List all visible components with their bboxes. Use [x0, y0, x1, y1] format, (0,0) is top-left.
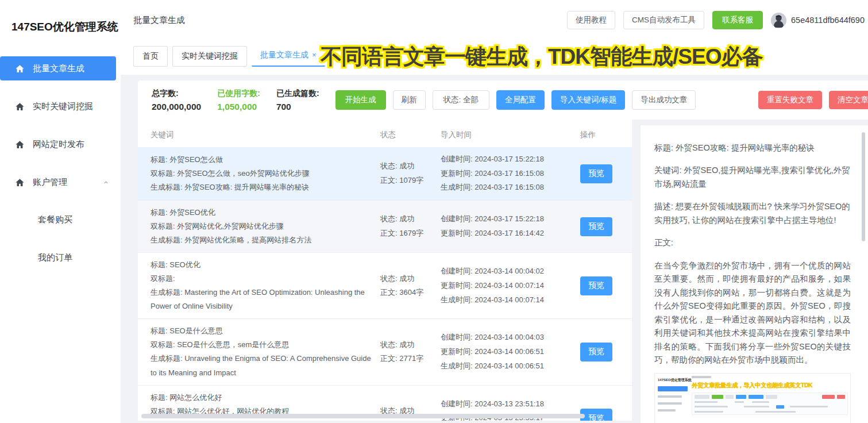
- sidebar-item-label: 批量文章生成: [33, 63, 84, 74]
- refresh-button[interactable]: 刷新: [393, 90, 426, 110]
- preview-description: 描述: 想要在外贸领域脱颖而出? 快来学习外贸SEO的实用技巧, 让你的网站在搜…: [654, 200, 851, 227]
- promo-banner: 不同语言文章一键生成，TDK智能生成/SEO必备: [321, 43, 762, 71]
- sidebar-subitem-package-buy[interactable]: 套餐购买: [0, 208, 121, 231]
- sidebar-subitem-my-orders[interactable]: 我的订单: [0, 246, 121, 269]
- preview-keywords: 关键词: 外贸SEO,提升网站曝光率,搜索引擎优化,外贸市场,网站流量: [654, 164, 851, 191]
- sidebar-item-scheduled-publish[interactable]: 网站定时发布: [0, 132, 121, 156]
- col-keyword: 关键词: [151, 130, 380, 140]
- preview-button[interactable]: 预览: [580, 164, 612, 183]
- status-cell: 状态: 成功正文: 1679字: [380, 212, 441, 240]
- time-cell: 创建时间: 2024-03-14 00:04:02更新时间: 2024-03-1…: [441, 264, 580, 307]
- keyword-cell: 标题: 外贸SEO优化双标题: 外贸网站优化,外贸网站优化步骤生成标题: 外贸网…: [151, 206, 380, 247]
- col-import-time: 导入时间: [441, 130, 580, 140]
- sidebar-item-label: 网站定时发布: [33, 139, 84, 150]
- user-id: 65e4811dfb644f690: [791, 16, 865, 25]
- export-success-button[interactable]: 导出成功文章: [632, 90, 696, 110]
- article-table: 关键词 状态 导入时间 操作 标题: 外贸SEO怎么做双标题: 外贸SEO怎么做…: [138, 120, 632, 421]
- action-cell: 预览: [580, 343, 632, 362]
- sidebar-item-keyword-mining[interactable]: 实时关键词挖掘: [0, 94, 121, 118]
- preview-title: 标题: 外贸SEO攻略: 提升网站曝光率的秘诀: [654, 141, 851, 155]
- status-filter-select[interactable]: 状态: 全部: [433, 90, 490, 110]
- preview-button[interactable]: 预览: [580, 217, 612, 236]
- table-row[interactable]: 标题: 外贸SEO优化双标题: 外贸网站优化,外贸网站优化步骤生成标题: 外贸网…: [138, 201, 632, 253]
- sidebar: 147SEO优化管理系统 批量文章生成 实时关键词挖掘 网站定时发布 账户管理 …: [0, 0, 121, 423]
- reset-failed-button[interactable]: 重置失败文章: [758, 91, 822, 109]
- contact-support-button[interactable]: 联系客服: [712, 11, 763, 29]
- time-cell: 创建时间: 2024-03-17 15:22:18更新时间: 2024-03-1…: [441, 152, 580, 195]
- stat-used-words: 已使用字数: 1,050,000: [217, 89, 260, 112]
- col-action: 操作: [580, 130, 632, 140]
- tab-home[interactable]: 首页: [133, 46, 168, 67]
- global-config-button[interactable]: 全局配置: [496, 90, 545, 110]
- preview-button[interactable]: 预览: [580, 276, 612, 295]
- sidebar-item-label: 账户管理: [33, 177, 67, 188]
- col-status: 状态: [380, 130, 441, 140]
- vertical-scrollbar[interactable]: [862, 132, 865, 241]
- close-icon[interactable]: ×: [312, 51, 317, 59]
- keyword-cell: 标题: 外贸SEO怎么做双标题: 外贸SEO怎么做，seo外贸网站优化步骤生成标…: [151, 153, 380, 194]
- home-icon: [15, 102, 25, 111]
- sidebar-item-label: 实时关键词挖掘: [33, 101, 93, 112]
- chevron-up-icon: [103, 178, 109, 187]
- table-header: 关键词 状态 导入时间 操作: [138, 120, 632, 147]
- sidebar-menu: 批量文章生成 实时关键词挖掘 网站定时发布 账户管理 套餐购买 我的订单: [0, 56, 121, 269]
- cms-publish-tool-button[interactable]: CMS自动发布工具: [623, 11, 704, 29]
- preview-button[interactable]: 预览: [580, 343, 612, 362]
- preview-body-label: 正文:: [654, 236, 851, 249]
- sidebar-item-account[interactable]: 账户管理: [0, 170, 121, 194]
- action-cell: 预览: [580, 276, 632, 295]
- time-cell: 创建时间: 2024-03-17 15:22:18更新时间: 2024-03-1…: [441, 212, 580, 240]
- action-cell: 预览: [580, 409, 632, 421]
- stat-generated-count: 已生成篇数: 700: [276, 89, 319, 112]
- toolbar: 总字数: 200,000,000 已使用字数: 1,050,000 已生成篇数:…: [138, 80, 868, 120]
- keyword-cell: 标题: SEO优化双标题:生成标题: Mastering the Art of …: [151, 258, 380, 313]
- table-row[interactable]: 标题: 外贸SEO怎么做双标题: 外贸SEO怎么做，seo外贸网站优化步骤生成标…: [138, 147, 632, 201]
- keyword-cell: 标题: SEO是什么意思双标题: SEO是什么意思，sem是什么意思生成标题: …: [151, 324, 380, 379]
- tab-batch-article[interactable]: 批量文章生成×: [252, 45, 325, 67]
- thumbnail-headline: 外贸文章批量生成，导入中文也能生成英文TDK: [692, 380, 848, 390]
- promo-thumbnail-image: 147SEO优化管理系统 外贸文章批量生成，导入中文也能生成英文TDK: [654, 373, 851, 423]
- table-row[interactable]: 标题: SEO是什么意思双标题: SEO是什么意思，sem是什么意思生成标题: …: [138, 319, 632, 385]
- app-logo: 147SEO优化管理系统: [0, 0, 121, 34]
- thumbnail-logo: 147SEO优化管理系统: [658, 378, 692, 383]
- preview-body: 在当今竞争激烈的外贸市场中，拥有一个优质的网站至关重要。然而，即使拥有最好的产品…: [654, 259, 851, 367]
- preview-button[interactable]: 预览: [580, 409, 612, 421]
- breadcrumb: 批量文章生成: [133, 15, 185, 26]
- horizontal-scrollbar[interactable]: [141, 414, 585, 418]
- home-icon: [15, 140, 25, 149]
- clear-articles-button[interactable]: 清空文章: [829, 91, 868, 109]
- status-cell: 状态: 成功正文: 2771字: [380, 338, 441, 366]
- main-content: 总字数: 200,000,000 已使用字数: 1,050,000 已生成篇数:…: [121, 75, 868, 423]
- start-generate-button[interactable]: 开始生成: [335, 90, 386, 110]
- time-cell: 创建时间: 2024-03-14 00:04:03更新时间: 2024-03-1…: [441, 330, 580, 373]
- home-icon: [15, 178, 25, 187]
- sidebar-item-batch-article[interactable]: 批量文章生成: [0, 56, 116, 80]
- import-keywords-button[interactable]: 导入关键词/标题: [551, 90, 625, 110]
- status-cell: 状态: 成功正文: 1079字: [380, 159, 441, 187]
- table-row[interactable]: 标题: SEO优化双标题:生成标题: Mastering the Art of …: [138, 253, 632, 319]
- table-body: 标题: 外贸SEO怎么做双标题: 外贸SEO怎么做，seo外贸网站优化步骤生成标…: [138, 147, 632, 421]
- article-preview-panel: 标题: 外贸SEO攻略: 提升网站曝光率的秘诀 关键词: 外贸SEO,提升网站曝…: [641, 125, 868, 423]
- home-icon: [15, 64, 25, 74]
- stat-total-words: 总字数: 200,000,000: [152, 89, 201, 112]
- tab-keyword-mining[interactable]: 实时关键词挖掘: [172, 46, 247, 67]
- action-cell: 预览: [580, 217, 632, 236]
- action-cell: 预览: [580, 164, 632, 183]
- tutorial-button[interactable]: 使用教程: [567, 11, 615, 29]
- avatar[interactable]: [771, 13, 786, 28]
- status-cell: 状态: 成功正文: 3604字: [380, 272, 441, 300]
